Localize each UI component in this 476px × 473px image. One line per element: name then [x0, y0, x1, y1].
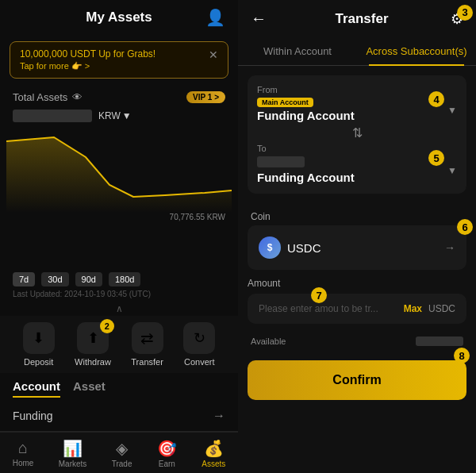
from-label: From: [257, 85, 457, 94]
left-panel-title: My Assets: [86, 10, 152, 25]
to-account-hidden: [257, 156, 305, 167]
funding-label: Funding: [13, 410, 53, 422]
right-header: ← Transfer 3 ⚙: [238, 0, 476, 37]
annotation-8: 8: [454, 348, 470, 363]
deposit-icon: ⬇: [23, 322, 55, 354]
time-filter-90d[interactable]: 90d: [75, 272, 102, 286]
time-filter-30d[interactable]: 30d: [41, 272, 68, 286]
vip-badge[interactable]: VIP 1 >: [186, 91, 225, 103]
annotation-4: 4: [428, 91, 444, 107]
coin-left: $ USDC: [259, 236, 321, 259]
transfer-body: From Main Account Funding Account ▼ 4 ⇅ …: [238, 66, 476, 473]
confirm-button-wrap: Confirm 8: [238, 351, 476, 410]
chart-value-label: 70,776.55 KRW: [6, 213, 232, 221]
amount-section: Amount Please enter amou to be tr... Max…: [238, 270, 476, 332]
swap-icon-row[interactable]: ⇅: [257, 122, 457, 144]
nav-assets-label: Assets: [202, 460, 225, 468]
time-filters: 7d 30d 90d 180d: [0, 269, 238, 288]
from-account-info: Main Account Funding Account: [257, 98, 355, 122]
total-assets-row: Total Assets 👁 VIP 1 >: [0, 85, 238, 106]
annotation-2: 2: [100, 319, 114, 333]
nav-trade[interactable]: ◈ Trade: [112, 439, 132, 468]
nav-home[interactable]: ⌂ Home: [13, 439, 34, 468]
amount-usdc-label: USDC: [428, 303, 455, 314]
convert-button[interactable]: ↻ Convert: [183, 322, 215, 367]
nav-home-label: Home: [13, 459, 34, 467]
currency-badge[interactable]: KRW ▼: [98, 110, 132, 121]
expand-arrow[interactable]: ∧: [0, 302, 238, 316]
promo-banner[interactable]: 10,000,000 USDT Up for Grabs! Tap for mo…: [10, 41, 228, 79]
nav-earn-label: Earn: [159, 460, 175, 468]
tab-asset[interactable]: Asset: [73, 379, 106, 398]
left-header: My Assets 👤: [0, 0, 238, 35]
coin-selector[interactable]: $ USDC → 6: [248, 225, 466, 270]
asset-value-row: KRW ▼: [0, 106, 238, 125]
coin-arrow-icon[interactable]: →: [444, 241, 455, 254]
action-buttons: ⬇ Deposit ⬆ Withdraw 2 ⇄ Transfer ↻ Conv…: [0, 316, 238, 373]
home-icon: ⌂: [18, 439, 28, 457]
transfer-tabs: Within Account Across Subaccount(s): [238, 37, 476, 66]
time-filter-180d[interactable]: 180d: [109, 272, 140, 286]
last-updated: Last Updated: 2024-10-19 03:45 (UTC): [0, 288, 238, 302]
amount-label: Amount: [248, 278, 466, 289]
to-label: To: [257, 144, 457, 153]
promo-text: 10,000,000 USDT Up for Grabs!: [20, 48, 155, 60]
convert-icon: ↻: [183, 322, 215, 354]
nav-earn[interactable]: 🎯 Earn: [157, 439, 177, 468]
from-account-selector[interactable]: Main Account Funding Account ▼ 4: [257, 98, 457, 122]
withdraw-button[interactable]: ⬆ Withdraw 2: [75, 322, 111, 367]
asset-value-hidden: [13, 110, 92, 122]
annotation-5: 5: [428, 150, 444, 166]
left-panel: My Assets 👤 10,000,000 USDT Up for Grabs…: [0, 0, 238, 473]
funding-arrow-icon: →: [213, 409, 225, 423]
bottom-nav: ⌂ Home 📊 Markets ◈ Trade 🎯 Earn 💰 Assets: [0, 432, 238, 473]
nav-markets-label: Markets: [59, 460, 87, 468]
coin-name: USDC: [287, 241, 321, 255]
from-to-container: From Main Account Funding Account ▼ 4 ⇅ …: [248, 75, 466, 194]
funding-row[interactable]: Funding →: [0, 401, 238, 432]
total-assets-label: Total Assets 👁: [13, 91, 83, 103]
account-tabs: Account Asset: [0, 373, 238, 401]
nav-assets[interactable]: 💰 Assets: [202, 439, 225, 468]
transfer-icon: ⇄: [132, 322, 163, 354]
tab-within-account[interactable]: Within Account: [238, 37, 357, 65]
promo-sub: Tap for more 👉 >: [20, 61, 155, 71]
trade-icon: ◈: [116, 439, 128, 458]
confirm-button[interactable]: Confirm: [248, 360, 466, 400]
right-panel-title: Transfer 3: [273, 11, 451, 27]
deposit-label: Deposit: [24, 357, 53, 367]
assets-icon: 💰: [204, 439, 224, 458]
earn-icon: 🎯: [157, 439, 177, 458]
to-dropdown-icon[interactable]: ▼: [447, 165, 457, 176]
convert-label: Convert: [184, 357, 215, 367]
annotation-7: 7: [311, 287, 327, 303]
price-chart: [6, 125, 232, 213]
available-value-hidden: [416, 336, 463, 346]
amount-input-row[interactable]: Please enter amou to be tr... Max USDC 7: [248, 294, 466, 324]
to-account-info: Funding Account: [257, 156, 355, 184]
time-filter-7d[interactable]: 7d: [13, 272, 35, 286]
profile-icon[interactable]: 👤: [205, 8, 225, 27]
transfer-label: Transfer: [131, 357, 163, 367]
back-button[interactable]: ←: [251, 10, 267, 28]
markets-icon: 📊: [63, 439, 83, 458]
tab-across-subaccounts[interactable]: Across Subaccount(s): [357, 37, 476, 65]
chart-area: 70,776.55 KRW: [0, 125, 238, 269]
deposit-button[interactable]: ⬇ Deposit: [23, 322, 55, 367]
promo-close-icon[interactable]: ✕: [209, 48, 218, 61]
nav-markets[interactable]: 📊 Markets: [59, 439, 87, 468]
available-row: Available: [238, 332, 476, 351]
max-button[interactable]: Max: [404, 303, 422, 314]
to-account-row[interactable]: Funding Account ▼ 5: [257, 156, 457, 184]
usdc-icon: $: [259, 236, 281, 259]
nav-trade-label: Trade: [112, 460, 132, 468]
annotation-3: 3: [457, 5, 473, 21]
amount-placeholder: Please enter amou to be tr...: [259, 303, 397, 314]
annotation-6: 6: [457, 219, 473, 235]
from-account-name: Funding Account: [257, 109, 355, 122]
transfer-button[interactable]: ⇄ Transfer: [131, 322, 163, 367]
from-dropdown-icon[interactable]: ▼: [447, 105, 457, 116]
currency-dropdown-icon[interactable]: ▼: [122, 110, 132, 121]
eye-icon[interactable]: 👁: [72, 91, 83, 103]
tab-account[interactable]: Account: [13, 379, 60, 398]
